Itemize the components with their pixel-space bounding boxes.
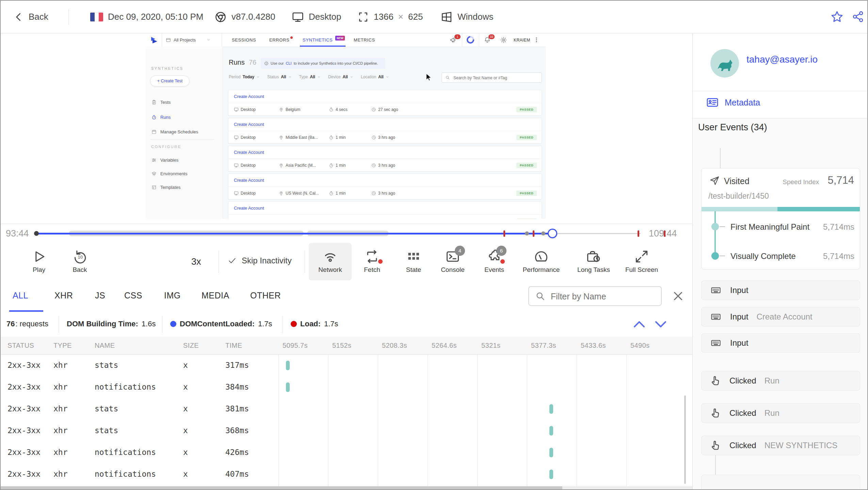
event-dot[interactable] (541, 231, 545, 235)
col-time[interactable]: TIME (225, 342, 242, 349)
visited-event-card[interactable]: Visited Speed Index 5,714 /test-builder/… (701, 168, 860, 270)
col-type[interactable]: TYPE (53, 342, 72, 349)
filter-box[interactable] (528, 286, 662, 306)
filter-location[interactable]: LocationAll (361, 75, 389, 79)
run-name-link[interactable]: Create Account (228, 174, 542, 187)
col-name[interactable]: NAME (95, 342, 115, 349)
performance-panel-button[interactable]: Performance (514, 243, 568, 280)
filter-status[interactable]: StatusAll (267, 75, 291, 79)
back-10s-button[interactable]: 10 Back (60, 243, 99, 280)
run-name-link[interactable]: Create Account (228, 90, 542, 103)
sliders-icon (151, 158, 157, 163)
playback-timeline[interactable]: 93:44 109:44 (1, 224, 692, 243)
table-vertical-scrollbar[interactable] (684, 395, 686, 484)
run-card[interactable]: Create Account Desktop Asia Pacific (M..… (228, 146, 542, 172)
play-button[interactable]: Play (19, 243, 59, 280)
cli-link[interactable]: CLI (286, 61, 292, 65)
user-email[interactable]: tahay@asayer.io (746, 54, 818, 65)
tab-img[interactable]: IMG (164, 291, 181, 300)
kebab-menu-icon[interactable] (533, 37, 540, 43)
resolution-brackets-icon (357, 11, 369, 23)
tab-all[interactable]: ALL (13, 291, 28, 300)
app-logo-icon[interactable] (150, 36, 158, 44)
player-controls: Play 10 Back 3x Skip Inactivity Network … (1, 243, 692, 281)
events-panel-button[interactable]: 6 Events (474, 243, 515, 280)
table-row[interactable]: 2xx-3xxxhrstatsx368ms (1, 420, 692, 442)
app-tab-synthetics[interactable]: SYNTHETICS (303, 37, 333, 43)
next-event-card-partial[interactable] (701, 475, 860, 490)
table-row[interactable]: 2xx-3xxxhrstatsx381ms (1, 398, 692, 420)
filter-period[interactable]: PeriodToday (229, 75, 260, 79)
back-button[interactable]: Back (14, 1, 48, 33)
scrollbar-thumb[interactable] (1, 486, 562, 490)
clicked-event-card[interactable]: Clicked NEW SYNTHETICS (701, 436, 860, 455)
state-panel-button[interactable]: State (393, 243, 434, 280)
skip-inactivity-toggle[interactable]: Skip Inactivity (227, 256, 292, 265)
app-tab-metrics[interactable]: METRICS (354, 37, 375, 43)
app-sidebar-item-templates[interactable]: Templates (151, 183, 180, 192)
input-event-card[interactable]: Input (701, 280, 860, 300)
app-tab-errors[interactable]: ERRORS (269, 37, 289, 43)
test-search-box[interactable] (441, 72, 542, 83)
fetch-panel-button[interactable]: Fetch (352, 243, 392, 280)
filter-device[interactable]: DeviceAll (328, 75, 353, 79)
app-sidebar-item-variables[interactable]: Variables (151, 156, 178, 164)
run-card[interactable]: Create Account Desktop Middle East (Ba..… (228, 118, 542, 144)
full-screen-button[interactable]: Full Screen (618, 243, 665, 280)
long-tasks-panel-button[interactable]: Long Tasks (568, 243, 619, 280)
run-name-link[interactable]: Create Account (228, 202, 542, 215)
table-row[interactable]: 2xx-3xxxhrstatsx317ms (1, 355, 692, 376)
long-tasks-briefcase-icon (586, 249, 601, 264)
run-location (279, 215, 286, 219)
run-name-link[interactable]: Create Account (228, 146, 542, 159)
metadata-button[interactable]: Metadata (706, 96, 760, 109)
favorite-star-icon[interactable] (831, 10, 843, 23)
table-row[interactable]: 2xx-3xxxhrnotificationsx384ms (1, 376, 692, 398)
timeline-progress (36, 233, 552, 234)
col-status[interactable]: STATUS (7, 342, 34, 349)
table-row[interactable]: 2xx-3xxxhrnotificationsx407ms (1, 463, 692, 485)
error-marker[interactable] (664, 230, 665, 237)
console-panel-button[interactable]: 4 Console (432, 243, 473, 280)
run-device: Desktop (234, 103, 256, 116)
app-tab-sessions[interactable]: SESSIONS (232, 37, 256, 43)
app-sidebar-item-environments[interactable]: Environments (151, 169, 187, 178)
run-name-link[interactable]: Create Account (228, 118, 542, 131)
error-marker[interactable] (503, 230, 505, 237)
filter-type[interactable]: TypeAll (299, 75, 321, 79)
share-icon[interactable] (852, 10, 865, 23)
test-search-input[interactable] (453, 73, 539, 83)
run-card[interactable]: Create Account Desktop Belgium 4 secs 27… (228, 90, 542, 116)
input-event-card[interactable]: Input Create Account (701, 307, 860, 327)
app-sidebar-item-tests[interactable]: Tests (151, 98, 171, 107)
clicked-event-card[interactable]: Clicked Run (701, 403, 860, 423)
error-marker[interactable] (533, 230, 534, 237)
network-panel-button[interactable]: Network (309, 243, 352, 280)
playhead-handle[interactable] (548, 229, 557, 238)
close-panel-icon[interactable] (672, 290, 684, 302)
app-user-name[interactable]: KRAIEM (514, 38, 530, 43)
jump-previous-icon[interactable] (632, 317, 646, 331)
tab-media[interactable]: MEDIA (202, 291, 229, 300)
project-selector[interactable]: All Projects (166, 33, 211, 47)
table-row[interactable]: 2xx-3xxxhrnotificationsx426ms (1, 442, 692, 463)
speed-toggle[interactable]: 3x (191, 257, 201, 267)
error-marker[interactable] (638, 230, 639, 237)
create-test-button[interactable]: + Create Test (150, 76, 190, 86)
table-horizontal-scrollbar[interactable] (1, 486, 692, 490)
input-event-card[interactable]: Input (701, 333, 860, 353)
filter-by-name-input[interactable] (550, 288, 657, 305)
jump-next-icon[interactable] (654, 317, 668, 331)
settings-gear-icon[interactable] (500, 36, 507, 44)
col-size[interactable]: SIZE (183, 342, 199, 349)
tab-other[interactable]: OTHER (250, 291, 281, 300)
run-card[interactable]: Create Account Desktop US West (N. Cal..… (228, 174, 542, 199)
app-sidebar-item-runs[interactable]: Runs (151, 113, 171, 121)
app-sidebar-item-schedules[interactable]: Manage Schedules (151, 127, 198, 136)
tab-xhr[interactable]: XHR (54, 291, 73, 300)
tab-css[interactable]: CSS (124, 291, 142, 300)
tab-js[interactable]: JS (95, 291, 105, 300)
clicked-event-card[interactable]: Clicked Run (701, 371, 860, 391)
event-dot[interactable] (525, 231, 529, 235)
run-card[interactable]: Create Account Desktop PASSED (228, 201, 542, 219)
